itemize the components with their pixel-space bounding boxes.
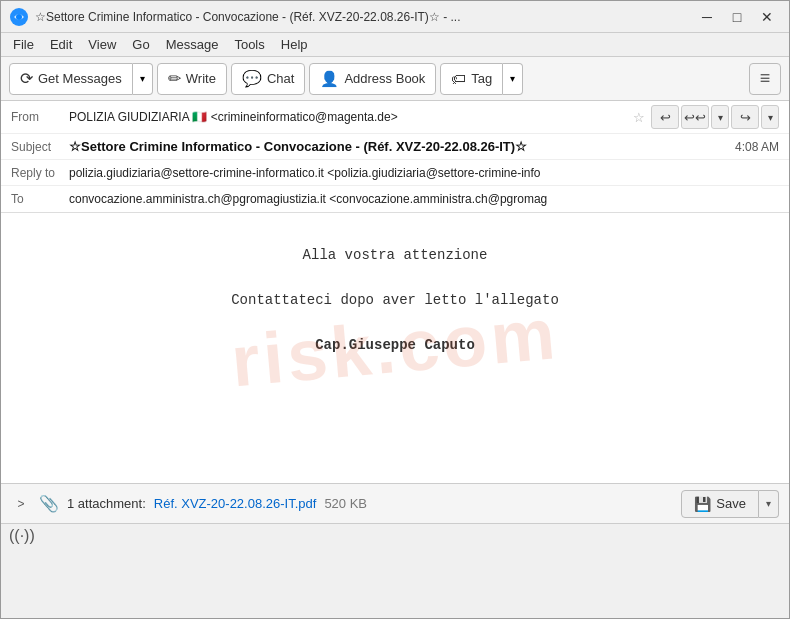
- get-messages-icon: ⟳: [20, 69, 33, 88]
- subject-value: ☆Settore Crimine Informatico - Convocazi…: [69, 139, 727, 154]
- menu-go[interactable]: Go: [124, 35, 157, 54]
- tag-group: 🏷 Tag ▾: [440, 63, 523, 95]
- tag-button[interactable]: 🏷 Tag: [440, 63, 503, 95]
- address-book-icon: 👤: [320, 70, 339, 88]
- status-bar: ((·)): [1, 523, 789, 547]
- tag-label: Tag: [471, 71, 492, 86]
- email-body: risk.com Alla vostra attenzione Contatta…: [1, 213, 789, 483]
- minimize-button[interactable]: ─: [693, 5, 721, 29]
- address-book-label: Address Book: [344, 71, 425, 86]
- reply-all-button[interactable]: ↩↩: [681, 105, 709, 129]
- menu-file[interactable]: File: [5, 35, 42, 54]
- chat-icon: 💬: [242, 69, 262, 88]
- from-star[interactable]: ☆: [633, 110, 645, 125]
- menu-bar: File Edit View Go Message Tools Help: [1, 33, 789, 57]
- menu-edit[interactable]: Edit: [42, 35, 80, 54]
- title-bar: ☆Settore Crimine Informatico - Convocazi…: [1, 1, 789, 33]
- from-label: From: [11, 110, 69, 124]
- wifi-icon: ((·)): [9, 527, 35, 545]
- reply-button[interactable]: ↩: [651, 105, 679, 129]
- menu-tools[interactable]: Tools: [226, 35, 272, 54]
- body-line-2: Contattateci dopo aver letto l'allegato: [21, 288, 769, 313]
- from-value: POLIZIA GIUDIZIARIA 🇮🇹 <crimineinformati…: [69, 110, 629, 124]
- reply-to-value: polizia.giudiziaria@settore-crimine-info…: [69, 166, 779, 180]
- get-messages-button[interactable]: ⟳ Get Messages: [9, 63, 133, 95]
- save-icon: 💾: [694, 496, 711, 512]
- toolbar: ⟳ Get Messages ▾ ✏ Write 💬 Chat 👤 Addres…: [1, 57, 789, 101]
- maximize-button[interactable]: □: [723, 5, 751, 29]
- tag-dropdown[interactable]: ▾: [503, 63, 523, 95]
- save-dropdown-button[interactable]: ▾: [759, 490, 779, 518]
- svg-point-1: [16, 14, 22, 20]
- chat-label: Chat: [267, 71, 294, 86]
- email-header: From POLIZIA GIUDIZIARIA 🇮🇹 <crimineinfo…: [1, 101, 789, 213]
- expand-button[interactable]: >: [11, 494, 31, 514]
- attachment-icon: 📎: [39, 494, 59, 513]
- attachment-bar: > 📎 1 attachment: Réf. XVZ-20-22.08.26-I…: [1, 483, 789, 523]
- forward-dropdown[interactable]: ▾: [761, 105, 779, 129]
- get-messages-dropdown[interactable]: ▾: [133, 63, 153, 95]
- attachment-count: 1 attachment:: [67, 496, 146, 511]
- to-row: To convocazione.amministra.ch@pgromagius…: [1, 186, 789, 212]
- hamburger-menu-button[interactable]: ≡: [749, 63, 781, 95]
- email-actions: ↩ ↩↩ ▾ ↪ ▾: [651, 105, 779, 129]
- subject-label: Subject: [11, 140, 69, 154]
- body-line-3: Cap.Giuseppe Caputo: [21, 333, 769, 358]
- window-title: ☆Settore Crimine Informatico - Convocazi…: [35, 10, 693, 24]
- save-button[interactable]: 💾 Save: [681, 490, 759, 518]
- close-button[interactable]: ✕: [753, 5, 781, 29]
- forward-button[interactable]: ↪: [731, 105, 759, 129]
- reply-to-label: Reply to: [11, 166, 69, 180]
- chat-button[interactable]: 💬 Chat: [231, 63, 305, 95]
- save-group: 💾 Save ▾: [681, 490, 779, 518]
- get-messages-label: Get Messages: [38, 71, 122, 86]
- reply-to-row: Reply to polizia.giudiziaria@settore-cri…: [1, 160, 789, 186]
- write-label: Write: [186, 71, 216, 86]
- to-value: convocazione.amministra.ch@pgromagiustiz…: [69, 192, 779, 206]
- more-actions-dropdown[interactable]: ▾: [711, 105, 729, 129]
- from-row: From POLIZIA GIUDIZIARIA 🇮🇹 <crimineinfo…: [1, 101, 789, 134]
- get-messages-group: ⟳ Get Messages ▾: [9, 63, 153, 95]
- to-label: To: [11, 192, 69, 206]
- tag-icon: 🏷: [451, 70, 466, 87]
- menu-message[interactable]: Message: [158, 35, 227, 54]
- save-label: Save: [716, 496, 746, 511]
- write-icon: ✏: [168, 69, 181, 88]
- email-time: 4:08 AM: [735, 140, 779, 154]
- body-line-1: Alla vostra attenzione: [21, 243, 769, 268]
- subject-row: Subject ☆Settore Crimine Informatico - C…: [1, 134, 789, 160]
- window-controls: ─ □ ✕: [693, 5, 781, 29]
- address-book-button[interactable]: 👤 Address Book: [309, 63, 436, 95]
- write-button[interactable]: ✏ Write: [157, 63, 227, 95]
- attachment-size: 520 KB: [324, 496, 367, 511]
- menu-help[interactable]: Help: [273, 35, 316, 54]
- attachment-filename[interactable]: Réf. XVZ-20-22.08.26-IT.pdf: [154, 496, 317, 511]
- menu-view[interactable]: View: [80, 35, 124, 54]
- app-icon: [9, 7, 29, 27]
